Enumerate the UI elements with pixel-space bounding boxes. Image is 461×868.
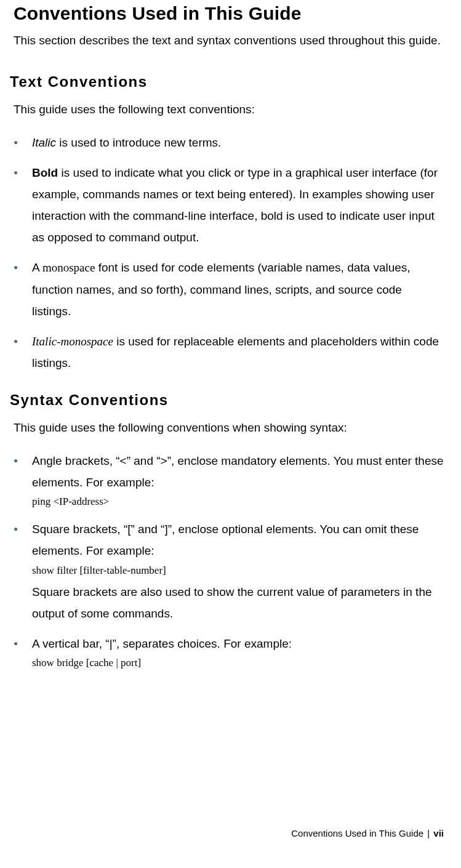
- section-heading-text-conventions: Text Conventions: [10, 68, 444, 96]
- list-text: is used to introduce new terms.: [56, 136, 221, 149]
- monospace-term: monospace: [42, 261, 95, 274]
- list-text: is used to indicate what you click or ty…: [32, 166, 438, 244]
- list-item: Italic is used to introduce new terms.: [14, 132, 444, 153]
- page-title: Conventions Used in This Guide: [14, 2, 444, 25]
- code-example: show bridge [cache | port]: [32, 654, 444, 671]
- list-item: Angle brackets, “<” and “>”, enclose man…: [14, 450, 444, 510]
- list-text: A: [32, 261, 42, 274]
- syntax-conventions-list: Angle brackets, “<” and “>”, enclose man…: [14, 450, 444, 672]
- section1-lead: This guide uses the following text conve…: [14, 98, 444, 121]
- list-item: Italic-monospace is used for replaceable…: [14, 331, 444, 374]
- intro-paragraph: This section describes the text and synt…: [14, 30, 444, 52]
- page-footer: Conventions Used in This Guide | vii: [291, 825, 444, 843]
- list-item: Square brackets, “[” and “]”, enclose op…: [14, 518, 444, 624]
- italic-monospace-term: Italic-monospace: [32, 335, 113, 348]
- list-text: Angle brackets, “<” and “>”, enclose man…: [32, 454, 444, 489]
- section-heading-syntax-conventions: Syntax Conventions: [10, 386, 444, 414]
- footer-title: Conventions Used in This Guide: [291, 828, 423, 838]
- italic-term: Italic: [32, 136, 56, 149]
- page-number: vii: [433, 828, 444, 838]
- footer-separator: |: [427, 828, 430, 838]
- code-example: show filter [filter-table-number]: [32, 562, 444, 579]
- list-item: A monospace font is used for code elemen…: [14, 257, 444, 321]
- code-example: ping <IP-address>: [32, 493, 444, 510]
- list-item: Bold is used to indicate what you click …: [14, 162, 444, 249]
- section2-lead: This guide uses the following convention…: [14, 417, 444, 439]
- list-item: A vertical bar, “|”, separates choices. …: [14, 633, 444, 671]
- list-text: A vertical bar, “|”, separates choices. …: [32, 637, 292, 650]
- list-text: Square brackets are also used to show th…: [32, 581, 444, 624]
- text-conventions-list: Italic is used to introduce new terms. B…: [14, 132, 444, 374]
- bold-term: Bold: [32, 166, 58, 179]
- list-text: Square brackets, “[” and “]”, enclose op…: [32, 523, 419, 557]
